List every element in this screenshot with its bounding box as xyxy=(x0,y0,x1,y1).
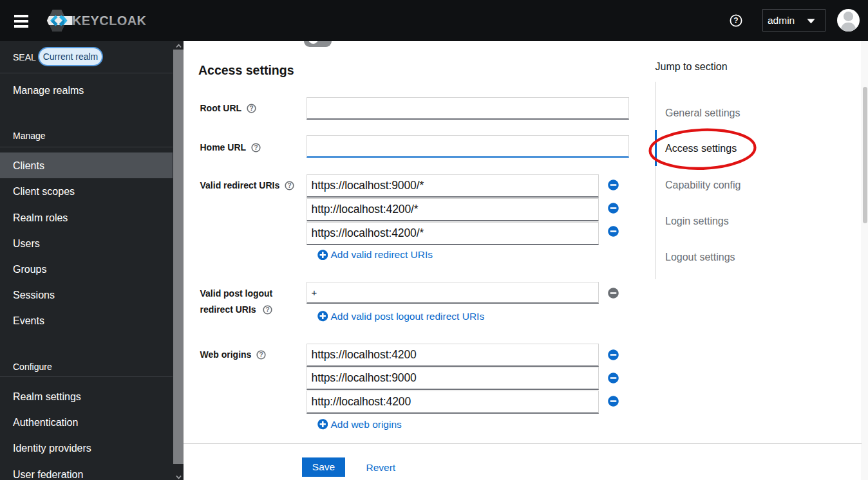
svg-text:?: ? xyxy=(288,182,292,189)
svg-text:?: ? xyxy=(265,306,269,313)
svg-text:?: ? xyxy=(259,351,263,358)
svg-text:KEYCLOAK: KEYCLOAK xyxy=(72,14,147,28)
svg-text:?: ? xyxy=(254,144,258,151)
svg-text:?: ? xyxy=(249,105,253,112)
svg-text:?: ? xyxy=(733,16,738,25)
